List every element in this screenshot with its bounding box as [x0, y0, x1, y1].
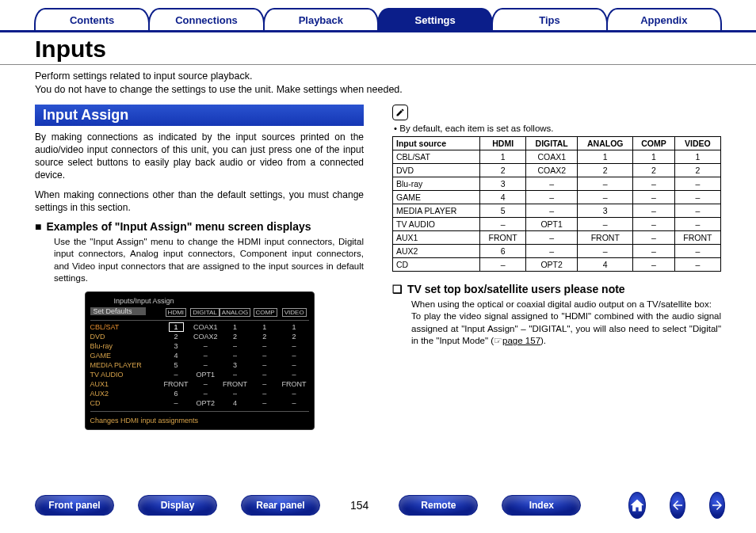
section-bar-input-assign: Input Assign: [35, 105, 364, 126]
tab-tips[interactable]: Tips: [491, 8, 607, 30]
table-cell: COAX1: [526, 150, 578, 163]
menu-row-label: MEDIA PLAYER: [90, 361, 162, 369]
left-column: Input Assign By making connections as in…: [35, 105, 364, 430]
menu-cell: –: [279, 399, 308, 407]
menu-row-label: TV AUDIO: [90, 371, 162, 379]
menu-row: CBL/SAT1COAX1111: [90, 322, 309, 332]
intro-line-1: Perform settings related to input source…: [35, 70, 252, 82]
table-row: CD–OPT24––: [393, 257, 721, 271]
table-cell: DVD: [393, 163, 480, 177]
hollow-square-icon: ❏: [392, 283, 403, 295]
default-note: • By default, each item is set as follow…: [392, 124, 721, 133]
col-analog: ANALOG: [578, 136, 633, 150]
table-cell: –: [526, 190, 578, 204]
tv-note-text-pre: To play the video signal assigned to "HD…: [411, 311, 721, 345]
tab-appendix[interactable]: Appendix: [606, 8, 722, 30]
tab-settings[interactable]: Settings: [377, 8, 493, 30]
prev-page-button[interactable]: [670, 492, 685, 519]
set-defaults-button: Set Defaults: [90, 307, 146, 315]
table-cell: –: [578, 190, 633, 204]
table-cell: 2: [480, 163, 526, 177]
home-button[interactable]: [628, 492, 646, 519]
page-title: Inputs: [0, 32, 756, 65]
menu-cell: 2: [279, 333, 308, 341]
display-button[interactable]: Display: [138, 495, 217, 516]
menu-cell: 1: [279, 323, 308, 331]
menu-col-comp: COMP: [254, 308, 277, 317]
table-row: AUX26––––: [393, 244, 721, 257]
tv-note-text-post: ).: [540, 336, 546, 345]
table-cell: AUX1: [393, 230, 480, 244]
tv-note-heading: ❏ TV set top box/satellite users please …: [392, 283, 721, 295]
menu-cell: –: [250, 390, 279, 398]
table-cell: 3: [480, 177, 526, 190]
table-cell: –: [526, 244, 578, 257]
table-cell: FRONT: [578, 230, 633, 244]
menu-footer-text: Changes HDMI input assignments: [90, 413, 309, 424]
next-page-button[interactable]: [709, 492, 725, 519]
intro-line-2: You do not have to change the settings t…: [35, 84, 403, 95]
table-cell: COAX2: [526, 163, 578, 177]
table-row: Blu-ray3––––: [393, 177, 721, 190]
menu-row: AUX26––––: [90, 389, 309, 398]
menu-cell: –: [250, 342, 279, 350]
intro-text: Perform settings related to input source…: [0, 70, 756, 105]
tab-connections[interactable]: Connections: [148, 8, 264, 30]
menu-row: TV AUDIO–OPT1–––: [90, 370, 309, 379]
input-assign-para-2: When making connections other than the d…: [35, 188, 364, 214]
rear-panel-button[interactable]: Rear panel: [241, 495, 320, 516]
menu-cell: –: [220, 371, 250, 379]
menu-cell: –: [220, 390, 250, 398]
menu-cell: 4: [162, 352, 191, 360]
table-row: GAME4––––: [393, 190, 721, 204]
table-cell: GAME: [393, 190, 480, 204]
table-cell: 5: [480, 204, 526, 217]
table-cell: 3: [578, 204, 633, 217]
menu-breadcrumb: Inputs/Input Assign: [90, 295, 309, 307]
menu-cell: –: [279, 352, 308, 360]
table-cell: –: [480, 217, 526, 230]
col-input-source: Input source: [393, 136, 480, 150]
menu-cell: –: [250, 352, 279, 360]
menu-cell: COAX1: [191, 323, 220, 331]
menu-row: DVD2COAX2222: [90, 332, 309, 341]
menu-cell: –: [279, 390, 308, 398]
remote-button[interactable]: Remote: [399, 495, 478, 516]
table-cell: 1: [633, 150, 674, 163]
table-cell: –: [633, 217, 674, 230]
default-assign-table: Input sourceHDMIDIGITALANALOGCOMPVIDEO C…: [392, 136, 721, 272]
menu-cell: –: [279, 361, 308, 369]
menu-cell: 2: [220, 333, 250, 341]
menu-cell: –: [191, 390, 220, 398]
tab-contents[interactable]: Contents: [34, 8, 150, 30]
table-cell: TV AUDIO: [393, 217, 480, 230]
col-digital: DIGITAL: [526, 136, 578, 150]
page-157-link[interactable]: page 157: [502, 336, 540, 345]
index-button[interactable]: Index: [502, 495, 581, 516]
table-cell: FRONT: [674, 230, 720, 244]
table-cell: CD: [393, 257, 480, 271]
table-cell: AUX2: [393, 244, 480, 257]
table-row: MEDIA PLAYER5–3––: [393, 204, 721, 217]
tab-playback[interactable]: Playback: [263, 8, 379, 30]
col-comp: COMP: [633, 136, 674, 150]
menu-col-analog: ANALOG: [220, 308, 250, 317]
menu-cell: FRONT: [279, 380, 308, 388]
table-cell: –: [578, 217, 633, 230]
front-panel-button[interactable]: Front panel: [35, 495, 114, 516]
table-cell: –: [578, 177, 633, 190]
tv-note-heading-text: TV set top box/satellite users please no…: [407, 283, 625, 295]
menu-row: GAME4––––: [90, 351, 309, 360]
menu-row-label: DVD: [90, 333, 162, 341]
table-cell: 4: [480, 190, 526, 204]
menu-cell: –: [191, 342, 220, 350]
menu-row-label: CBL/SAT: [90, 323, 162, 331]
menu-screenshot: Inputs/Input Assign Set Defaults HDMIDIG…: [85, 291, 315, 430]
menu-cell: 5: [162, 361, 191, 369]
menu-cell: –: [191, 361, 220, 369]
menu-cell: 2: [162, 333, 191, 341]
table-cell: –: [480, 257, 526, 271]
top-tabs: ContentsConnectionsPlaybackSettingsTipsA…: [0, 0, 756, 32]
table-cell: –: [526, 177, 578, 190]
menu-cell: –: [279, 371, 308, 379]
